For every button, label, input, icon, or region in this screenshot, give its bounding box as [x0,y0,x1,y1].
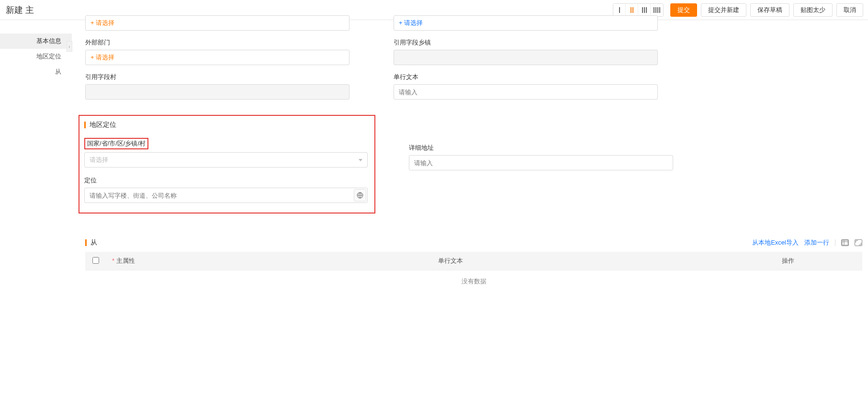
ref-town-label: 引用字段乡镇 [394,38,658,47]
import-excel-link[interactable]: 从本地Excel导入 [752,238,799,247]
cancel-button[interactable]: 取消 [836,3,863,17]
ref-town-field [394,50,658,65]
layout-2col-icon[interactable] [626,4,638,16]
assist-owner-select[interactable]: + 请选择 [394,15,658,31]
subtable: *主属性 单行文本 操作 没有数据 [85,252,862,292]
table-header-row: *主属性 单行文本 操作 [85,252,862,270]
sidebar-item-label: 从 [55,67,61,76]
detail-address-label: 详细地址 [409,144,673,152]
detail-address-input[interactable] [409,155,673,170]
page-title: 新建 主 [5,4,34,16]
sidebar: 基本信息 ‹ 地区定位 从 [0,20,72,312]
ext-dept-label: 外部部门 [85,38,349,47]
table-settings-icon[interactable] [841,239,849,246]
location-label: 定位 [84,176,368,185]
ext-dept-select[interactable]: + 请选择 [85,50,349,65]
select-placeholder: + 请选择 [399,19,423,27]
fullscreen-icon[interactable] [855,239,862,246]
cascade-label-highlight: 国家/省/市/区/乡镇/村 [84,138,148,149]
region-cascade-select[interactable]: 请选择 [84,152,368,168]
globe-icon[interactable] [354,189,366,202]
add-row-link[interactable]: 添加一行 [804,238,829,247]
sidebar-item-region[interactable]: 地区定位 [0,49,72,64]
col-operation: 操作 [776,252,862,270]
ref-village-field [85,84,349,100]
sidebar-item-basic[interactable]: 基本信息 [0,34,72,49]
select-all-checkbox[interactable] [92,257,99,264]
empty-text: 没有数据 [85,270,862,293]
col-single-text: 单行文本 [432,252,776,270]
col-main-attr: *主属性 [106,252,432,270]
select-placeholder: 请选择 [90,156,108,164]
svg-rect-1 [842,240,848,245]
ref-village-label: 引用字段村 [85,73,349,81]
single-text-label: 单行文本 [394,73,658,81]
chevron-down-icon [359,159,362,161]
divider [835,239,835,246]
layout-3col-icon[interactable] [638,4,651,16]
owner-select[interactable]: + 请选择 [85,15,349,31]
subtable-actions: 从本地Excel导入 添加一行 [752,238,862,247]
submit-button[interactable]: 提交 [670,3,697,17]
main-content: + 请选择 + 请选择 外部部门 + 请选择 引用字段乡镇 [72,20,868,312]
top-actions: 提交 提交并新建 保存草稿 贴图太少 取消 [613,3,863,17]
submit-and-new-button[interactable]: 提交并新建 [701,3,746,17]
region-section-heading: 地区定位 [84,121,368,129]
save-draft-button[interactable]: 保存草稿 [750,3,789,17]
sidebar-item-sub[interactable]: 从 [0,64,72,79]
layout-1col-icon[interactable] [613,4,626,16]
sidebar-collapse-icon[interactable]: ‹ [67,41,72,52]
subtable-section-heading: 从 [85,238,97,247]
table-empty-row: 没有数据 [85,270,862,293]
region-highlight-box: 地区定位 国家/省/市/区/乡镇/村 请选择 定位 [79,115,375,213]
cascade-label: 国家/省/市/区/乡镇/村 [87,140,146,147]
single-text-input[interactable] [394,84,658,100]
layout-4col-icon[interactable] [651,4,663,16]
column-layout-toggle [613,3,664,17]
sidebar-item-label: 基本信息 [36,37,61,45]
sidebar-item-label: 地区定位 [36,52,61,61]
location-input[interactable] [84,188,368,203]
select-placeholder: + 请选择 [90,53,114,62]
paste-image-button[interactable]: 贴图太少 [793,3,833,17]
select-placeholder: + 请选择 [90,19,114,27]
